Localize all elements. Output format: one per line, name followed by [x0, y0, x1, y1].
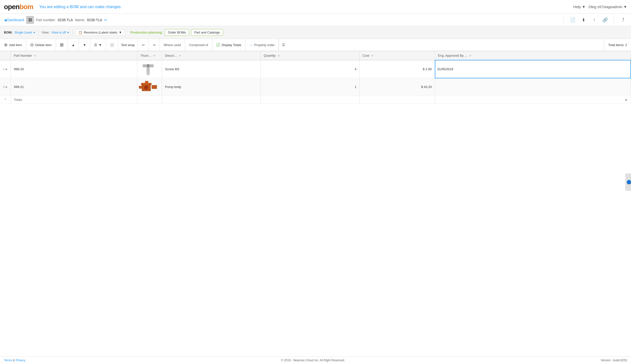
- logo-bom: bom: [20, 3, 33, 10]
- table-header: Part Number ▼ Thum... ▼ Descri... ▼ Quan…: [0, 51, 631, 60]
- revisions-button[interactable]: 📋 Revisions (Latest state) ▼: [76, 29, 125, 36]
- download-button[interactable]: ⬇: [580, 16, 587, 24]
- thumbnail-button[interactable]: 🖼: [26, 16, 34, 24]
- delete-item-button[interactable]: ⊖ Delete Item: [26, 39, 56, 51]
- sort-cost-icon[interactable]: ▼: [371, 54, 374, 57]
- bom-dropdown-icon: ▼: [33, 31, 36, 34]
- help-dropdown-icon: ▼: [582, 5, 586, 9]
- text-wrap-label: Text wrap: [121, 43, 135, 47]
- undo-button[interactable]: ↩: [138, 39, 149, 51]
- col-cost-label: Cost: [362, 54, 369, 58]
- table-row: 2 ▶ 999-21: [0, 78, 631, 96]
- svg-point-16: [142, 84, 143, 85]
- col-eng-approved: Eng. Approved By ... ▼: [435, 51, 631, 60]
- grid-view-button[interactable]: ⊞: [56, 39, 68, 51]
- row-1-part-number[interactable]: 999-20: [11, 60, 137, 78]
- table-row: 1 ▶ 999-20: [0, 60, 631, 78]
- dashboard-link[interactable]: ◀ Dashboard: [4, 18, 24, 22]
- share-button[interactable]: ↑: [590, 16, 598, 24]
- col-thumb-label: Thum...: [140, 54, 151, 58]
- edit-icon[interactable]: ✏: [104, 18, 107, 22]
- svg-rect-12: [139, 86, 142, 88]
- hamburger-icon: ☰: [282, 43, 285, 47]
- view-dropdown-icon: ▼: [67, 31, 70, 34]
- production-area: Production planning: Order BOMs Part and…: [131, 29, 223, 36]
- redo-button[interactable]: ↪: [149, 39, 160, 51]
- toolbar: BOM: Single Level ▼ View: View is off ▼ …: [0, 26, 631, 39]
- user-button[interactable]: Oleg s57stageadmin ▼: [588, 5, 627, 9]
- row-2-part-number[interactable]: 999-21: [11, 78, 137, 96]
- date-value: 31/05/2019: [437, 67, 453, 71]
- totals-label: Totals: [11, 96, 137, 104]
- composed-of-label: Composed of: [189, 43, 208, 47]
- display-totals-button[interactable]: ☑ Display Totals: [212, 39, 246, 51]
- expand-icon: ⬜: [110, 43, 114, 47]
- print-button[interactable]: 📄: [569, 16, 576, 24]
- help-button[interactable]: Help ▼: [573, 5, 586, 9]
- text-wrap-button[interactable]: Text wrap: [118, 39, 138, 51]
- row-1-cost[interactable]: $ 2.00: [360, 60, 435, 78]
- col-part-number: Part Number ▼: [11, 51, 137, 60]
- sort-thumb-icon[interactable]: ▼: [153, 54, 156, 57]
- align-button[interactable]: ☰ ▼: [90, 39, 106, 51]
- share-link-button[interactable]: 🔗: [601, 16, 609, 24]
- top-nav: openbom You are editing a BOM and can ma…: [0, 0, 631, 14]
- redo-icon: ↪: [153, 43, 156, 47]
- row-2-eng-approved[interactable]: [435, 78, 631, 96]
- production-label: Production planning:: [131, 30, 163, 34]
- row-2-quantity[interactable]: 1: [260, 78, 359, 96]
- table-footer: * Totals ▶: [0, 96, 631, 104]
- name-value: 8238-TLA: [87, 18, 102, 22]
- sort-descri-icon[interactable]: ▼: [179, 54, 181, 57]
- arrow-up-icon: ▲: [72, 43, 75, 47]
- move-up-button[interactable]: ▲: [68, 39, 79, 51]
- nav-right: Help ▼ Oleg s57stageadmin ▼: [573, 5, 627, 9]
- expand-collapse-button[interactable]: ⬜: [106, 39, 118, 51]
- add-item-button[interactable]: ⊕ Add Item: [0, 39, 26, 51]
- bom-value[interactable]: Single Level ▼: [14, 30, 36, 34]
- row-1-quantity[interactable]: 4: [260, 60, 359, 78]
- grid-icon: ⊞: [60, 42, 64, 48]
- where-used-button[interactable]: Where used: [160, 39, 185, 51]
- bom-value-text: Single Level: [14, 30, 32, 34]
- row-2-indicator: 2 ▶: [3, 85, 8, 89]
- col-quantity: Quantity ▼: [260, 51, 359, 60]
- add-icon: ⊕: [4, 42, 8, 48]
- breadcrumb-left: ◀ Dashboard 🖼 Part number: 8238-TLA Name…: [4, 16, 107, 24]
- where-used-label: Where used: [164, 43, 181, 47]
- align-icon: ☰: [94, 43, 97, 47]
- composed-of-button[interactable]: Composed of: [185, 39, 212, 51]
- totals-cost: [360, 96, 435, 104]
- sort-part-number-icon[interactable]: ▼: [34, 54, 36, 57]
- view-label: View:: [42, 30, 50, 34]
- expand-button[interactable]: ⤴: [619, 16, 627, 24]
- row-2-description[interactable]: Pump body: [162, 78, 261, 96]
- property-order-button[interactable]: ↔ Property order: [246, 39, 279, 51]
- sort-quantity-icon[interactable]: ▼: [278, 54, 280, 57]
- bom-table: Part Number ▼ Thum... ▼ Descri... ▼ Quan…: [0, 51, 631, 104]
- row-1-description[interactable]: Screw M3: [162, 60, 261, 78]
- row-2-cost[interactable]: $ 43.20: [360, 78, 435, 96]
- user-label: Oleg s57stageadmin: [588, 5, 622, 9]
- separator-2: [72, 29, 73, 36]
- row-1-eng-approved[interactable]: 31/05/2019: [435, 60, 631, 78]
- row-2-number: 2: [3, 85, 5, 89]
- sort-eng-approved-icon[interactable]: ▼: [469, 54, 472, 57]
- totals-descri: [162, 96, 261, 104]
- move-down-button[interactable]: ▼: [79, 39, 90, 51]
- part-number-label: Part number:: [36, 18, 56, 22]
- logo: openbom: [4, 3, 33, 11]
- svg-point-18: [142, 90, 143, 90]
- order-boms-button[interactable]: Order BOMs: [165, 29, 189, 36]
- display-totals-checkbox: ☑: [216, 42, 220, 48]
- dashboard-label: Dashboard: [7, 18, 24, 22]
- revisions-dropdown-icon: ▼: [119, 30, 122, 34]
- menu-button[interactable]: ☰: [279, 39, 288, 51]
- delete-item-label: Delete Item: [35, 43, 52, 47]
- svg-point-19: [149, 90, 150, 90]
- property-order-icon: ↔: [250, 43, 253, 47]
- part-catalogs-button[interactable]: Part and Catalogs: [191, 29, 223, 36]
- row-2-arrow-icon: ▶: [6, 86, 8, 88]
- view-value[interactable]: View is off ▼: [52, 30, 70, 34]
- bom-table-container: Part Number ▼ Thum... ▼ Descri... ▼ Quan…: [0, 51, 631, 104]
